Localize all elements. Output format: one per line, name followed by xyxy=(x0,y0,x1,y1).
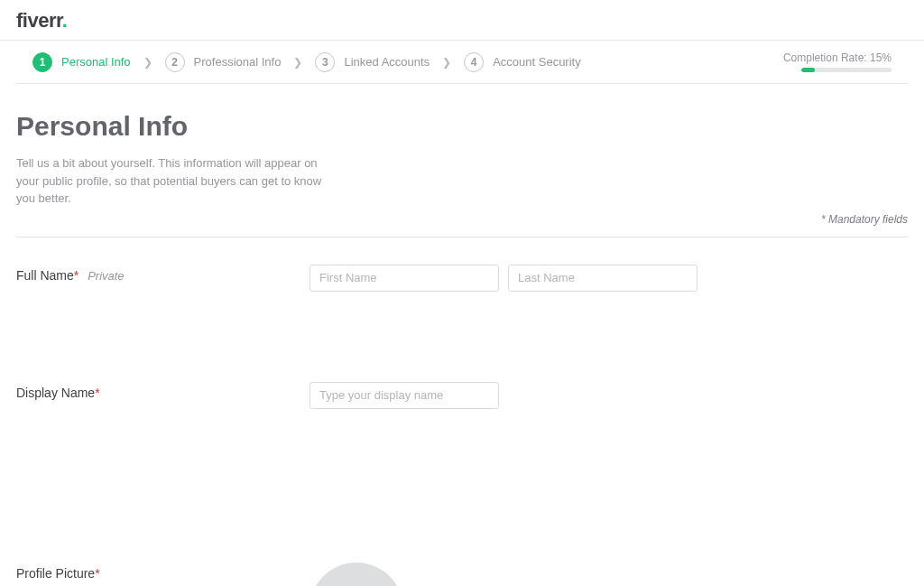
first-name-input[interactable] xyxy=(310,265,499,292)
asterisk-icon: * xyxy=(74,268,79,283)
logo-dot: . xyxy=(62,9,68,32)
private-tag: Private xyxy=(88,269,124,283)
step-linked-accounts[interactable]: 3 Linked Accounts xyxy=(315,52,430,72)
step-number: 4 xyxy=(464,52,484,72)
logo-text: fiverr xyxy=(16,9,62,32)
step-number: 3 xyxy=(315,52,335,72)
mandatory-note: * Mandatory fields xyxy=(821,213,908,226)
step-number: 2 xyxy=(165,52,185,72)
step-label: Account Security xyxy=(493,55,581,69)
row-display-name: Display Name* xyxy=(16,355,908,535)
progress-bar xyxy=(801,68,892,72)
row-profile-picture: Profile Picture* C xyxy=(16,535,908,587)
field-display-name xyxy=(310,382,499,409)
step-account-security[interactable]: 4 Account Security xyxy=(464,52,581,72)
page-title: Personal Info xyxy=(16,111,908,142)
topbar: fiverr. xyxy=(0,0,924,41)
step-label: Professional Info xyxy=(194,55,282,69)
mandatory-row: * Mandatory fields xyxy=(16,213,908,237)
logo[interactable]: fiverr. xyxy=(16,9,67,32)
content: Personal Info Tell us a bit about yourse… xyxy=(0,83,924,586)
step-personal-info[interactable]: 1 Personal Info xyxy=(32,52,131,72)
last-name-input[interactable] xyxy=(508,265,698,292)
page-subtitle: Tell us a bit about yourself. This infor… xyxy=(16,154,341,208)
field-full-name xyxy=(310,265,698,292)
stepper-row: 1 Personal Info ❯ 2 Professional Info ❯ … xyxy=(0,41,924,83)
label-display-name: Display Name* xyxy=(16,382,310,400)
label-full-name: Full Name* Private xyxy=(16,265,310,283)
label-text: Display Name xyxy=(16,386,95,400)
asterisk-icon: * xyxy=(95,386,99,400)
display-name-input[interactable] xyxy=(310,382,499,409)
step-label: Personal Info xyxy=(61,55,131,69)
completion-label: Completion Rate: 15% xyxy=(783,51,892,64)
chevron-right-icon: ❯ xyxy=(293,56,302,69)
label-profile-picture: Profile Picture* xyxy=(16,563,310,581)
chevron-right-icon: ❯ xyxy=(442,56,451,69)
field-profile-picture: C xyxy=(310,563,403,587)
progress-fill xyxy=(801,68,815,72)
step-professional-info[interactable]: 2 Professional Info xyxy=(165,52,282,72)
asterisk-icon: * xyxy=(95,566,99,581)
content-inner: Personal Info Tell us a bit about yourse… xyxy=(16,83,908,586)
completion-widget: Completion Rate: 15% xyxy=(783,51,892,72)
step-label: Linked Accounts xyxy=(344,55,430,69)
stepper: 1 Personal Info ❯ 2 Professional Info ❯ … xyxy=(32,52,581,72)
avatar[interactable]: C xyxy=(310,563,403,587)
row-full-name: Full Name* Private xyxy=(16,237,908,355)
label-text: Profile Picture xyxy=(16,566,95,581)
chevron-right-icon: ❯ xyxy=(143,56,152,69)
label-text: Full Name xyxy=(16,268,74,283)
step-number: 1 xyxy=(32,52,52,72)
